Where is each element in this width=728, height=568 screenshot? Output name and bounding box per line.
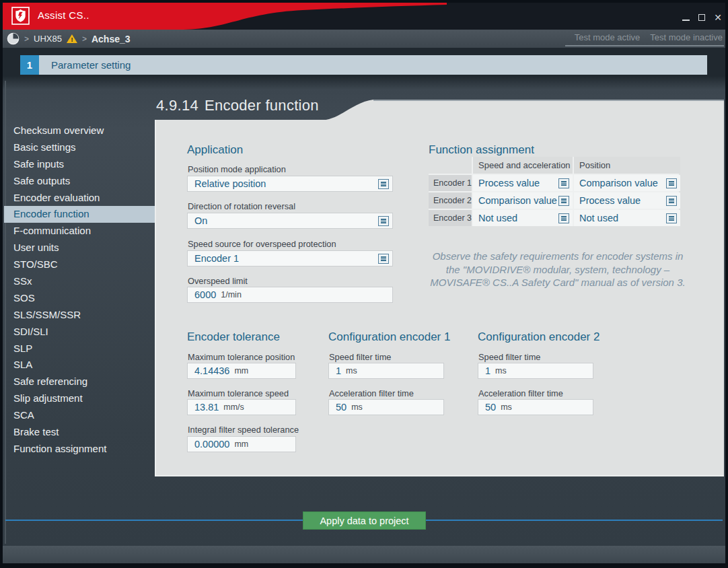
sew-shield-logo-icon: [11, 7, 30, 25]
row-header-encoder2: Encoder 2: [429, 192, 472, 209]
sidebar-item-checksum-overview[interactable]: Checksum overview: [4, 122, 155, 139]
sidebar-item-sls-ssm-ssr[interactable]: SLS/SSM/SSR: [4, 307, 155, 324]
enc1-acceleration-filter-time-label: Acceleration filter time: [329, 388, 414, 398]
encoder3-speed-dropdown[interactable]: Not used: [473, 210, 573, 226]
max-tolerance-speed-input[interactable]: 13.81 mm/s: [187, 399, 296, 415]
minimize-icon[interactable]: [682, 20, 690, 21]
test-mode-active-button[interactable]: Test mode active: [575, 32, 641, 42]
sidebar-item-slp[interactable]: SLP: [4, 341, 155, 357]
table-corner-cell: [429, 157, 472, 174]
configuration-encoder2-section-title: Configuration encoder 2: [478, 330, 599, 344]
dropdown-list-icon[interactable]: [558, 178, 569, 188]
encoder1-position-dropdown[interactable]: Comparison value: [574, 175, 680, 191]
network-globe-icon[interactable]: [7, 32, 20, 45]
function-assignment-section-title: Function assignment: [429, 143, 534, 157]
speed-source-overspeed-dropdown[interactable]: Encoder 1: [187, 250, 393, 267]
app-window: Assist CS.. ✕ > UHX85 ! > Achse_3 Test m…: [0, 0, 728, 568]
unit-label: mm/s: [223, 402, 244, 412]
speed-source-overspeed-label: Speed source for overspeed protection: [188, 239, 336, 249]
dropdown-list-icon[interactable]: [666, 196, 677, 206]
breadcrumb-axis[interactable]: Achse_3: [92, 34, 131, 44]
sidebar-item-function-assignment[interactable]: Function assignment: [4, 441, 155, 458]
overspeed-limit-label: Overspeed limit: [188, 276, 248, 286]
encoder3-position-dropdown[interactable]: Not used: [574, 210, 680, 226]
direction-rotation-reversal-label: Direction of rotation reversal: [188, 201, 295, 211]
sidebar-item-ssx[interactable]: SSx: [4, 273, 155, 290]
dropdown-list-icon[interactable]: [558, 213, 569, 223]
warning-icon: !: [67, 34, 77, 43]
content-panel-top: [373, 100, 724, 120]
sidebar-item-safe-inputs[interactable]: Safe inputs: [4, 156, 155, 173]
encoder2-position-dropdown[interactable]: Process value: [574, 192, 680, 209]
enc1-speed-filter-time-input[interactable]: 1 ms: [328, 363, 444, 379]
column-header-position: Position: [574, 157, 680, 174]
row-header-encoder1: Encoder 1: [429, 175, 472, 191]
dropdown-list-icon[interactable]: [378, 179, 389, 189]
page-number: 4.9.14: [156, 97, 198, 114]
enc2-acceleration-filter-time-label: Acceleration filter time: [478, 388, 563, 398]
encoder1-speed-dropdown[interactable]: Process value: [473, 175, 573, 191]
dropdown-list-icon[interactable]: [378, 254, 389, 264]
position-mode-application-dropdown[interactable]: Relative position: [187, 176, 393, 192]
unit-label: ms: [495, 366, 507, 376]
dropdown-list-icon[interactable]: [666, 178, 677, 188]
position-mode-application-label: Position mode application: [188, 164, 286, 174]
sidebar-item-user-units[interactable]: User units: [4, 240, 155, 256]
dropdown-list-icon[interactable]: [378, 216, 389, 226]
sidebar-item-basic-settings[interactable]: Basic settings: [4, 139, 155, 156]
sidebar-item-sos[interactable]: SOS: [4, 290, 155, 307]
unit-label: ms: [501, 402, 512, 412]
dropdown-list-icon[interactable]: [558, 196, 569, 206]
maximize-icon[interactable]: [698, 14, 705, 21]
application-section-title: Application: [187, 143, 243, 157]
sidebar-item-sto-sbc[interactable]: STO/SBC: [4, 256, 155, 273]
enc2-acceleration-filter-time-input[interactable]: 50 ms: [478, 399, 593, 415]
bottom-status-bar: [3, 546, 725, 563]
sidebar-item-safe-referencing[interactable]: Safe referencing: [4, 374, 155, 390]
integral-filter-speed-tolerance-input[interactable]: 0.00000 mm: [187, 436, 296, 452]
page-title: 4.9.14 Encoder function: [156, 97, 319, 114]
enc1-acceleration-filter-time-input[interactable]: 50 ms: [328, 399, 444, 415]
unit-label: ms: [351, 402, 363, 412]
sidebar-item-slip-adjustment[interactable]: Slip adjustment: [4, 390, 155, 407]
unit-label: mm: [234, 439, 248, 449]
breadcrumb-device[interactable]: UHX85: [34, 34, 62, 44]
test-mode-tabs: Test mode active Test mode inactive: [565, 32, 724, 46]
sidebar-item-sla[interactable]: SLA: [4, 357, 155, 374]
enc2-speed-filter-time-input[interactable]: 1 ms: [478, 363, 593, 379]
test-mode-inactive-button[interactable]: Test mode inactive: [650, 32, 723, 42]
unit-label: mm: [234, 366, 248, 376]
enc2-speed-filter-time-label: Speed filter time: [478, 352, 540, 362]
safety-note: Observe the safety requirements for enco…: [429, 250, 686, 289]
chevron-separator-icon: >: [82, 34, 87, 44]
content-panel-curve: [320, 100, 373, 120]
chevron-separator-icon: >: [24, 34, 29, 44]
configuration-encoder1-section-title: Configuration encoder 1: [328, 330, 450, 344]
encoder2-speed-dropdown[interactable]: Comparison value: [473, 192, 573, 209]
direction-rotation-reversal-dropdown[interactable]: On: [187, 213, 393, 229]
apply-data-button[interactable]: Apply data to project: [303, 511, 426, 530]
app-title: Assist CS..: [38, 9, 89, 21]
step-number-badge: 1: [20, 55, 39, 75]
breadcrumb: > UHX85 ! > Achse_3: [7, 32, 131, 45]
sidebar-item-safe-outputs[interactable]: Safe outputs: [4, 173, 155, 190]
max-tolerance-position-label: Maximum tolerance position: [188, 352, 295, 362]
integral-filter-speed-tolerance-label: Integral filter speed tolerance: [188, 425, 299, 435]
encoder-tolerance-section-title: Encoder tolerance: [187, 330, 280, 344]
max-tolerance-speed-label: Maximum tolerance speed: [188, 388, 289, 398]
column-header-speed-acceleration: Speed and acceleration: [473, 157, 573, 174]
dropdown-list-icon[interactable]: [666, 213, 677, 223]
sidebar-item-encoder-function[interactable]: Encoder function: [4, 206, 155, 223]
overspeed-limit-input[interactable]: 6000 1/min: [187, 287, 393, 303]
sidebar-item-f-communication[interactable]: F-communication: [4, 223, 155, 240]
unit-label: 1/min: [221, 290, 242, 299]
row-header-encoder3: Encoder 3: [429, 210, 472, 226]
sidebar-item-brake-test[interactable]: Brake test: [4, 424, 155, 441]
parameter-setting-bar[interactable]: Parameter setting: [39, 55, 707, 75]
sidebar-item-sca[interactable]: SCA: [4, 407, 155, 424]
sidebar-nav: Checksum overview Basic settings Safe in…: [4, 122, 155, 458]
sidebar-item-encoder-evaluation[interactable]: Encoder evaluation: [4, 190, 155, 207]
sidebar-item-sdi-sli[interactable]: SDI/SLI: [4, 324, 155, 341]
max-tolerance-position-input[interactable]: 4.14436 mm: [187, 363, 296, 379]
close-icon[interactable]: ✕: [714, 13, 722, 22]
